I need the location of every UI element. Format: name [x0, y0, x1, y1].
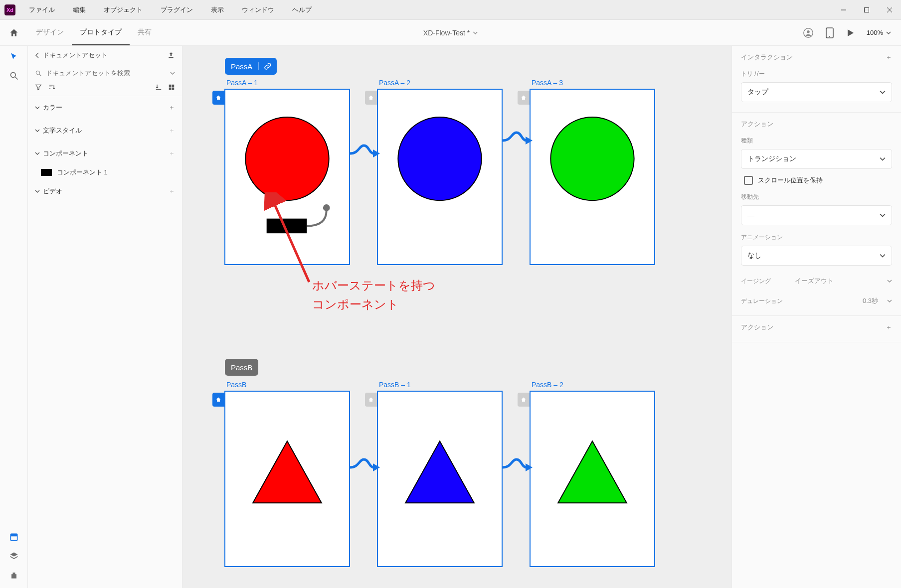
destination-select[interactable]: —	[741, 205, 892, 225]
add-component-button[interactable]: ＋	[169, 149, 175, 158]
home-marker[interactable]	[365, 393, 377, 407]
select-tool[interactable]	[9, 52, 19, 62]
zoom-value: 100%	[867, 29, 883, 36]
add-video-button[interactable]: ＋	[169, 187, 175, 196]
artboard-label[interactable]: PassA – 2	[379, 79, 410, 87]
menu-edit[interactable]: 編集	[64, 5, 95, 14]
home-marker[interactable]	[518, 393, 530, 407]
section-video[interactable]: ビデオ ＋	[28, 180, 182, 203]
prototype-wire[interactable]	[350, 144, 380, 163]
layers-button[interactable]	[9, 551, 19, 561]
chevron-down-icon	[35, 128, 40, 133]
select-value: なし	[747, 251, 761, 260]
menu-window[interactable]: ウィンドウ	[233, 5, 283, 14]
add-interaction-button[interactable]: ＋	[886, 53, 892, 62]
field-value: イーズアウト	[795, 277, 878, 286]
publish-button[interactable]	[167, 51, 175, 59]
artboard-a2[interactable]	[377, 89, 503, 265]
artboard-a3[interactable]	[530, 89, 655, 265]
section-title: インタラクション	[741, 53, 793, 62]
flow-name: PassA	[225, 62, 258, 71]
component-item[interactable]: コンポーネント 1	[28, 165, 182, 180]
animation-select[interactable]: なし	[741, 246, 892, 266]
window-minimize-button[interactable]	[832, 0, 855, 20]
component-swatch-icon	[41, 169, 52, 176]
artboard-b1[interactable]	[224, 391, 350, 567]
svg-rect-19	[169, 85, 172, 87]
search-input[interactable]	[46, 69, 170, 77]
section-colors[interactable]: カラー ＋	[28, 96, 182, 119]
artboard-label[interactable]: PassB – 1	[379, 381, 411, 389]
add-action-button[interactable]: ＋	[886, 323, 892, 332]
zoom-dropdown[interactable]: 100%	[867, 29, 891, 36]
prototype-wire[interactable]	[350, 457, 380, 477]
add-charstyle-button[interactable]: ＋	[169, 126, 175, 135]
section-title: アクション	[741, 120, 773, 129]
plugins-button[interactable]	[9, 570, 19, 580]
document-title-text: XD-Flow-Test *	[423, 29, 470, 37]
artboard-label[interactable]: PassB – 2	[532, 381, 563, 389]
filter-button[interactable]	[35, 84, 42, 91]
flow-link-button[interactable]	[258, 62, 277, 70]
duration-row[interactable]: デュレーション 0.3秒	[741, 296, 892, 305]
section-label: 文字スタイル	[43, 126, 169, 135]
tab-share[interactable]: 共有	[130, 20, 160, 45]
home-icon	[368, 397, 374, 403]
trigger-select[interactable]: タップ	[741, 82, 892, 102]
artboard-b2[interactable]	[377, 391, 503, 567]
window-maximize-button[interactable]	[855, 0, 878, 20]
artboard-label[interactable]: PassB	[226, 381, 246, 389]
artboard-b3[interactable]	[530, 391, 655, 567]
grid-view-button[interactable]	[168, 84, 175, 91]
sort-button[interactable]	[48, 84, 56, 91]
asset-search[interactable]	[28, 65, 182, 81]
tab-prototype[interactable]: プロトタイプ	[72, 20, 130, 45]
menu-file[interactable]: ファイル	[20, 5, 64, 14]
home-marker[interactable]	[518, 91, 530, 105]
flow-badge-a[interactable]: PassA	[225, 58, 277, 75]
chevron-down-icon	[880, 253, 886, 259]
chevron-down-icon	[886, 30, 891, 35]
red-circle-shape	[245, 117, 329, 200]
prototype-wire[interactable]	[503, 457, 533, 477]
window-close-button[interactable]	[878, 0, 901, 20]
flow-badge-b[interactable]: PassB	[225, 359, 258, 376]
home-marker[interactable]	[365, 91, 377, 105]
artboard-label[interactable]: PassA – 3	[532, 79, 563, 87]
select-value: トランジション	[747, 154, 796, 163]
svg-line-9	[15, 77, 17, 80]
prototype-wire[interactable]	[503, 131, 533, 150]
back-button[interactable]	[35, 52, 40, 58]
home-button[interactable]	[0, 28, 28, 38]
select-value: —	[747, 211, 754, 219]
appbar: デザイン プロトタイプ 共有 XD-Flow-Test * 100%	[0, 20, 901, 46]
svg-point-7	[829, 36, 830, 37]
home-marker[interactable]	[212, 393, 224, 407]
svg-rect-11	[10, 534, 17, 536]
canvas[interactable]: PassA PassA – 1 PassA – 2	[182, 46, 731, 588]
list-view-button[interactable]	[155, 84, 162, 91]
desktop-preview-button[interactable]	[846, 28, 855, 37]
menu-plugin[interactable]: プラグイン	[152, 5, 202, 14]
home-marker[interactable]	[212, 91, 224, 105]
menu-object[interactable]: オブジェクト	[95, 5, 152, 14]
chevron-down-icon	[880, 212, 886, 218]
preserve-scroll-checkbox[interactable]: スクロール位置を保持	[741, 176, 892, 185]
menu-view[interactable]: 表示	[202, 5, 233, 14]
tab-design[interactable]: デザイン	[28, 20, 72, 45]
menubar: Xd ファイル 編集 オブジェクト プラグイン 表示 ウィンドウ ヘルプ	[0, 0, 901, 20]
action-type-select[interactable]: トランジション	[741, 149, 892, 169]
section-components[interactable]: コンポーネント ＋	[28, 142, 182, 165]
chevron-down-icon	[880, 156, 886, 162]
zoom-tool[interactable]	[9, 71, 19, 81]
document-title[interactable]: XD-Flow-Test *	[423, 29, 478, 37]
account-button[interactable]	[803, 27, 814, 38]
chevron-down-icon[interactable]	[170, 71, 175, 76]
add-color-button[interactable]: ＋	[169, 103, 175, 112]
menu-help[interactable]: ヘルプ	[283, 5, 321, 14]
section-char-styles[interactable]: 文字スタイル ＋	[28, 119, 182, 142]
libraries-button[interactable]	[9, 532, 19, 542]
easing-row[interactable]: イージング イーズアウト	[741, 277, 892, 286]
device-preview-button[interactable]	[826, 27, 834, 38]
artboard-label[interactable]: PassA – 1	[226, 79, 258, 87]
